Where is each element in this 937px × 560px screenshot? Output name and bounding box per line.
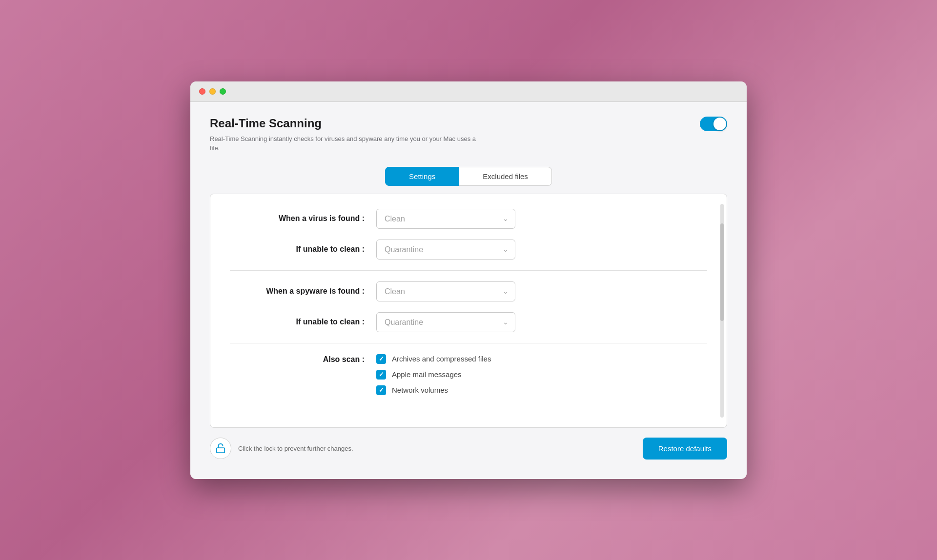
- apple-mail-label: Apple mail messages: [392, 370, 462, 379]
- section-divider-1: [230, 270, 707, 271]
- minimize-button[interactable]: [209, 88, 216, 95]
- main-window: Real-Time Scanning Real-Time Scanning in…: [190, 81, 747, 479]
- virus-section: When a virus is found : Clean Quarantine…: [230, 209, 707, 260]
- scrollbar-thumb[interactable]: [720, 223, 724, 321]
- network-label: Network volumes: [392, 386, 448, 394]
- checkboxes-list: ✓ Archives and compressed files ✓ Apple …: [376, 354, 491, 395]
- spyware-section: When a spyware is found : Clean Quaranti…: [230, 281, 707, 332]
- check-icon: ✓: [379, 355, 384, 362]
- spyware-when-found-label: When a spyware is found :: [230, 287, 376, 296]
- spyware-action-select-wrapper: Clean Quarantine Delete Ignore ⌄: [376, 281, 515, 301]
- check-icon: ✓: [379, 386, 384, 394]
- also-scan-label: Also scan :: [230, 354, 376, 364]
- section-divider-2: [230, 343, 707, 343]
- virus-unable-clean-label: If unable to clean :: [230, 245, 376, 254]
- tab-settings[interactable]: Settings: [385, 167, 459, 186]
- tabs-container: Settings Excluded files: [210, 167, 727, 186]
- lock-button[interactable]: [210, 438, 231, 459]
- virus-unable-select[interactable]: Quarantine Delete Ignore: [376, 240, 515, 260]
- virus-when-found-row: When a virus is found : Clean Quarantine…: [230, 209, 707, 229]
- spyware-unable-clean-row: If unable to clean : Quarantine Delete I…: [230, 312, 707, 332]
- spyware-unable-clean-label: If unable to clean :: [230, 318, 376, 326]
- checkbox-archives: ✓ Archives and compressed files: [376, 354, 491, 364]
- archives-label: Archives and compressed files: [392, 355, 491, 363]
- lock-icon: [215, 443, 226, 454]
- toggle-knob: [713, 118, 726, 130]
- page-title: Real-Time Scanning: [210, 117, 483, 130]
- lock-area: Click the lock to prevent further change…: [210, 438, 353, 459]
- checkbox-apple-mail: ✓ Apple mail messages: [376, 370, 491, 380]
- spyware-when-found-row: When a spyware is found : Clean Quaranti…: [230, 281, 707, 301]
- svg-rect-0: [217, 448, 225, 453]
- header-row: Real-Time Scanning Real-Time Scanning in…: [210, 117, 727, 153]
- settings-panel: When a virus is found : Clean Quarantine…: [210, 194, 727, 428]
- virus-when-found-label: When a virus is found :: [230, 214, 376, 223]
- footer: Click the lock to prevent further change…: [210, 428, 727, 464]
- maximize-button[interactable]: [220, 88, 226, 95]
- lock-hint-text: Click the lock to prevent further change…: [238, 445, 353, 452]
- header-text: Real-Time Scanning Real-Time Scanning in…: [210, 117, 483, 153]
- virus-action-select-wrapper: Clean Quarantine Delete Ignore ⌄: [376, 209, 515, 229]
- network-checkbox[interactable]: ✓: [376, 385, 386, 395]
- archives-checkbox[interactable]: ✓: [376, 354, 386, 364]
- scrollbar[interactable]: [720, 204, 724, 418]
- page-description: Real-Time Scanning instantly checks for …: [210, 134, 483, 153]
- restore-defaults-button[interactable]: Restore defaults: [643, 438, 727, 460]
- close-button[interactable]: [199, 88, 205, 95]
- realtime-toggle[interactable]: [700, 117, 727, 131]
- tab-excluded-files[interactable]: Excluded files: [459, 167, 552, 186]
- virus-action-select[interactable]: Clean Quarantine Delete Ignore: [376, 209, 515, 229]
- spyware-unable-select-wrapper: Quarantine Delete Ignore ⌄: [376, 312, 515, 332]
- title-bar: [190, 81, 747, 102]
- window-content: Real-Time Scanning Real-Time Scanning in…: [190, 102, 747, 479]
- spyware-unable-select[interactable]: Quarantine Delete Ignore: [376, 312, 515, 332]
- checkbox-network: ✓ Network volumes: [376, 385, 491, 395]
- spyware-action-select[interactable]: Clean Quarantine Delete Ignore: [376, 281, 515, 301]
- virus-unable-clean-row: If unable to clean : Quarantine Delete I…: [230, 240, 707, 260]
- virus-unable-select-wrapper: Quarantine Delete Ignore ⌄: [376, 240, 515, 260]
- apple-mail-checkbox[interactable]: ✓: [376, 370, 386, 380]
- also-scan-row: Also scan : ✓ Archives and compressed fi…: [230, 354, 707, 395]
- check-icon: ✓: [379, 371, 384, 378]
